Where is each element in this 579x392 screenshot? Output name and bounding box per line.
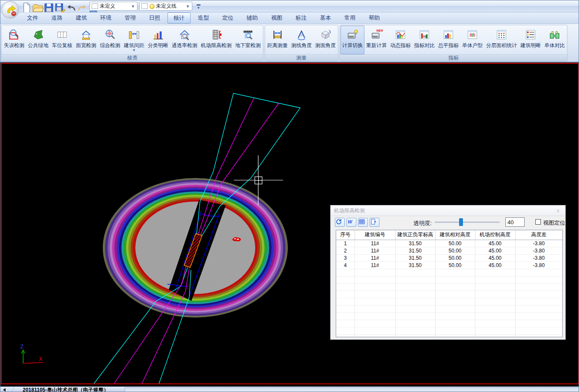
ribbon-button-测线角度[interactable]: A测线角度: [290, 26, 313, 54]
table-row[interactable]: 211#31.5050.0045.00-3.80: [336, 247, 562, 254]
table-row-empty: [336, 298, 562, 305]
chevron-down-icon[interactable]: ▼: [132, 49, 136, 52]
ribbon-button-地下室检测[interactable]: 地下室检测: [233, 26, 263, 54]
ribbon-button-建筑明晰[interactable]: 建筑明晰: [519, 26, 543, 54]
ribbon-button-计算切换[interactable]: 计算切换: [340, 26, 364, 54]
ribbon-group-指标: 计算切换NEW重新计算动态指标VS指标对比总平指标单体户型分层面积统计建筑明晰单…: [340, 25, 567, 62]
tab-辅助[interactable]: 辅助: [241, 12, 264, 24]
word-export-icon[interactable]: W: [346, 218, 356, 227]
ribbon-button-测面角度[interactable]: 测面角度: [313, 26, 337, 54]
ribbon-group-label: 指标: [340, 54, 567, 61]
color-swatch-icon: [141, 3, 148, 9]
undo-icon: [65, 1, 75, 12]
table-header-高度差: 高度差: [515, 230, 562, 240]
svg-text:NEW: NEW: [376, 29, 383, 33]
ribbon-button-综合检测[interactable]: 综合检测: [98, 26, 122, 54]
ribbon-button-单体对比[interactable]: 单体对比: [543, 26, 567, 54]
tab-定位[interactable]: 定位: [216, 12, 239, 24]
line-angle-icon: A: [294, 27, 309, 42]
ribbon-button-公共绿地[interactable]: 公共绿地: [26, 26, 50, 54]
ucs-axis-icon: Z X: [20, 343, 43, 363]
opacity-slider-thumb[interactable]: [459, 218, 463, 226]
tab-环境[interactable]: 环境: [94, 12, 117, 24]
close-icon[interactable]: x: [554, 208, 562, 214]
app-logo-icon[interactable]: [1, 1, 19, 19]
tab-常用[interactable]: 常用: [338, 12, 361, 24]
chevron-down-icon[interactable]: ▼: [185, 4, 191, 9]
ribbon-button-单体户型[interactable]: 单体户型: [460, 26, 484, 54]
airport-height-check-dialog: 机场限高检测 x W: [330, 205, 566, 340]
opacity-slider[interactable]: [435, 222, 500, 223]
tab-造型[interactable]: 造型: [192, 12, 215, 24]
ribbon-button-分层面积统计[interactable]: 分层面积统计: [484, 26, 519, 54]
distance-ruler-icon: [270, 27, 285, 42]
save-as-button[interactable]: [54, 1, 63, 11]
dialog-titlebar[interactable]: 机场限高检测 x: [331, 205, 565, 216]
opacity-value-input[interactable]: [505, 217, 525, 227]
tab-基本[interactable]: 基本: [314, 12, 337, 24]
total-chart-icon: [441, 27, 456, 42]
table-row-empty: [336, 327, 562, 334]
ribbon-button-指标对比[interactable]: VS指标对比: [412, 26, 436, 54]
house-magnifier-icon: [177, 27, 192, 42]
tab-帮助[interactable]: 帮助: [363, 12, 386, 24]
dynamic-chart-icon: [393, 27, 408, 42]
drawing-tab[interactable]: 20181105-奥山技术总图（电子规整）: [23, 387, 109, 392]
color-swatch-icon: [92, 3, 98, 9]
basement-magnifier-icon: [241, 27, 255, 42]
ribbon-button-动态指标[interactable]: 动态指标: [388, 26, 412, 54]
line-style-value: 未定义线: [156, 3, 176, 10]
tab-标注[interactable]: 标注: [290, 12, 313, 24]
ribbon-button-总平指标[interactable]: 总平指标: [436, 26, 460, 54]
table-row[interactable]: 311#31.5050.0045.00-3.80: [336, 254, 562, 261]
menu-bar: 文件道路建筑环境管理日照核计造型定位辅助视图标注基本常用帮助: [0, 12, 579, 24]
toolbar-overflow-button[interactable]: ▬▾: [197, 3, 200, 9]
tab-核计[interactable]: 核计: [167, 12, 191, 24]
ribbon-button-建筑间距[interactable]: 建筑间距▼: [122, 26, 146, 54]
ribbon-button-车位复核[interactable]: 车位复核: [50, 26, 74, 54]
ribbon-button-距离测量[interactable]: 距离测量: [266, 26, 290, 54]
table-row[interactable]: 411#31.5050.0045.00-3.80: [336, 261, 562, 269]
tab-文件[interactable]: 文件: [21, 12, 44, 24]
save-button[interactable]: [42, 1, 52, 11]
ribbon-button-通透率检测[interactable]: 通透率检测: [170, 26, 199, 54]
table-row[interactable]: 111#31.5050.0045.00-3.80: [336, 240, 562, 247]
dialog-toolbar: W 透明度:: [331, 216, 565, 229]
tab-scroll-left-icon[interactable]: [3, 388, 6, 392]
open-file-button[interactable]: [31, 1, 41, 11]
application-window: 未定义 ▼ 未定义线 ▼ ▬▾ 文件道路建筑环境管理日照核计造型定位辅助视图标注…: [0, 0, 579, 392]
ucs-x-label: X: [39, 356, 42, 362]
table-row-empty: [336, 283, 562, 291]
layer-style-dropdown[interactable]: 未定义 ▼: [90, 2, 137, 11]
ribbon-button-机场限高检测[interactable]: 机场限高检测: [199, 26, 233, 54]
tab-建筑[interactable]: 建筑: [70, 12, 93, 24]
dialog-title: 机场限高检测: [334, 207, 365, 214]
ribbon-button-失误检测[interactable]: 失误检测: [2, 26, 26, 54]
refresh-icon[interactable]: [335, 218, 345, 227]
ribbon-button-面宽检测[interactable]: 面宽检测: [74, 26, 98, 54]
chevron-down-icon[interactable]: ▼: [130, 4, 136, 9]
tab-日照[interactable]: 日照: [143, 12, 166, 24]
result-table[interactable]: 序号建筑编号建筑正负零标高建筑相对高度机场控制高度高度差 111#31.5050…: [336, 230, 562, 337]
drawing-canvas[interactable]: Z X 机场限高检测 x W: [0, 62, 579, 386]
status-bar: 20181105-奥山技术总图（电子规整）: [0, 386, 579, 392]
undo-button[interactable]: [65, 1, 75, 11]
redo-button[interactable]: [76, 1, 86, 11]
table-row-empty: [336, 305, 562, 312]
export-page-icon[interactable]: [370, 218, 379, 227]
table-row-empty: [336, 291, 562, 298]
result-table-container: 序号建筑编号建筑正负零标高建筑相对高度机场控制高度高度差 111#31.5050…: [336, 230, 563, 337]
new-file-icon: [20, 1, 30, 12]
ribbon-group-label: 核查: [2, 54, 263, 61]
tab-道路[interactable]: 道路: [45, 12, 69, 24]
tab-视图[interactable]: 视图: [265, 12, 288, 24]
line-style-dropdown[interactable]: 未定义线 ▼: [139, 2, 192, 11]
new-file-button[interactable]: [20, 1, 30, 11]
ribbon-button-分类明晰[interactable]: 分类明晰: [146, 26, 170, 54]
ribbon-button-重新计算[interactable]: NEW重新计算: [364, 26, 388, 54]
view-locate-checkbox[interactable]: [535, 219, 541, 225]
tab-管理[interactable]: 管理: [119, 12, 142, 24]
redo-icon: [76, 1, 86, 12]
table-view-icon[interactable]: [358, 218, 368, 227]
green-area-icon: [31, 27, 45, 42]
